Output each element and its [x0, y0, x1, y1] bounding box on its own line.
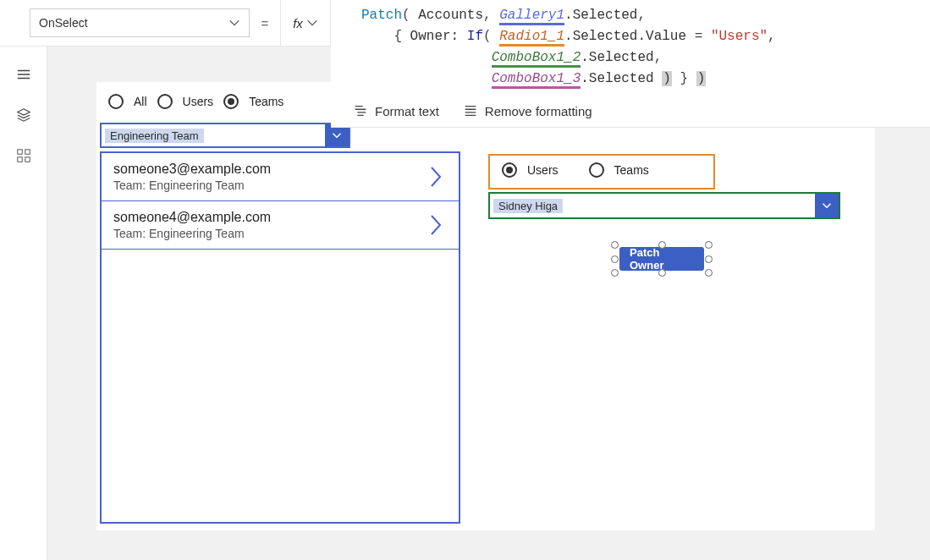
fx-dropdown[interactable]: fx	[280, 0, 331, 46]
formula-bar-expanded[interactable]: Patch( Accounts, Gallery1.Selected, { Ow…	[331, 0, 930, 128]
radio-users-right[interactable]	[502, 162, 517, 178]
gallery-item-team: Team: Engineering Team	[113, 178, 447, 192]
equals-label: =	[250, 0, 280, 46]
resize-handle-nw[interactable]	[611, 241, 619, 249]
radio-teams-right-label: Teams	[614, 163, 649, 177]
resize-handle-e[interactable]	[705, 255, 713, 263]
chevron-down-icon	[306, 17, 318, 29]
gallery-item[interactable]: someone3@example.com Team: Engineering T…	[102, 153, 459, 201]
resize-handle-w[interactable]	[611, 255, 619, 263]
svg-rect-1	[25, 150, 29, 154]
resize-handle-s[interactable]	[658, 269, 666, 277]
app-canvas[interactable]: All Users Teams Engineering Team someone…	[96, 82, 875, 530]
left-combobox[interactable]: Engineering Team	[100, 123, 350, 148]
radio-users-right-label: Users	[527, 163, 559, 177]
property-dropdown[interactable]: OnSelect	[30, 8, 250, 37]
resize-handle-ne[interactable]	[705, 241, 713, 249]
right-combobox-value: Sidney Higa	[493, 199, 563, 213]
radio-teams[interactable]	[223, 94, 239, 109]
fx-label: fx	[293, 16, 303, 30]
layers-icon[interactable]	[16, 107, 31, 123]
formula-code[interactable]: Patch( Accounts, Gallery1.Selected, { Ow…	[331, 0, 930, 96]
right-combobox-chevron[interactable]	[815, 194, 839, 217]
property-name: OnSelect	[39, 16, 88, 30]
format-text-icon	[353, 103, 368, 118]
gallery-item-team: Team: Engineering Team	[113, 227, 447, 240]
hamburger-icon[interactable]	[16, 67, 31, 82]
format-text-button[interactable]: Format text	[353, 103, 439, 118]
chevron-right-icon[interactable]	[428, 165, 443, 189]
chevron-down-icon	[332, 130, 342, 140]
right-radio-group[interactable]: Users Teams	[488, 154, 715, 189]
gallery-item[interactable]: someone4@example.com Team: Engineering T…	[102, 201, 459, 250]
remove-formatting-label: Remove formatting	[485, 104, 592, 118]
chevron-down-icon	[822, 200, 832, 211]
radio-all[interactable]	[108, 94, 124, 109]
apps-icon[interactable]	[16, 148, 31, 163]
button-selection-bounds: Patch Owner	[614, 244, 709, 273]
left-rail	[0, 47, 47, 560]
resize-handle-se[interactable]	[705, 269, 713, 277]
radio-teams-right[interactable]	[589, 162, 604, 178]
left-radio-group[interactable]: All Users Teams	[108, 94, 283, 109]
left-combobox-value: Engineering Team	[105, 129, 204, 143]
svg-rect-2	[17, 157, 21, 162]
resize-handle-n[interactable]	[658, 241, 666, 249]
right-combobox[interactable]: Sidney Higa	[488, 192, 840, 219]
gallery-item-email: someone3@example.com	[113, 162, 447, 177]
remove-formatting-button[interactable]: Remove formatting	[463, 103, 592, 118]
chevron-right-icon[interactable]	[428, 213, 443, 237]
patch-owner-button[interactable]: Patch Owner	[619, 247, 704, 271]
gallery[interactable]: someone3@example.com Team: Engineering T…	[100, 151, 460, 524]
gallery-item-email: someone4@example.com	[113, 210, 447, 225]
svg-rect-3	[25, 157, 29, 162]
radio-teams-label: Teams	[249, 95, 283, 108]
svg-rect-0	[17, 150, 21, 154]
format-text-label: Format text	[375, 104, 439, 118]
radio-users-label: Users	[183, 95, 214, 108]
chevron-down-icon	[228, 17, 240, 29]
remove-formatting-icon	[463, 103, 478, 118]
format-toolbar: Format text Remove formatting	[331, 96, 930, 127]
patch-owner-label: Patch Owner	[630, 246, 694, 272]
radio-users[interactable]	[157, 94, 173, 109]
resize-handle-sw[interactable]	[611, 269, 619, 277]
radio-all-label: All	[134, 95, 147, 108]
